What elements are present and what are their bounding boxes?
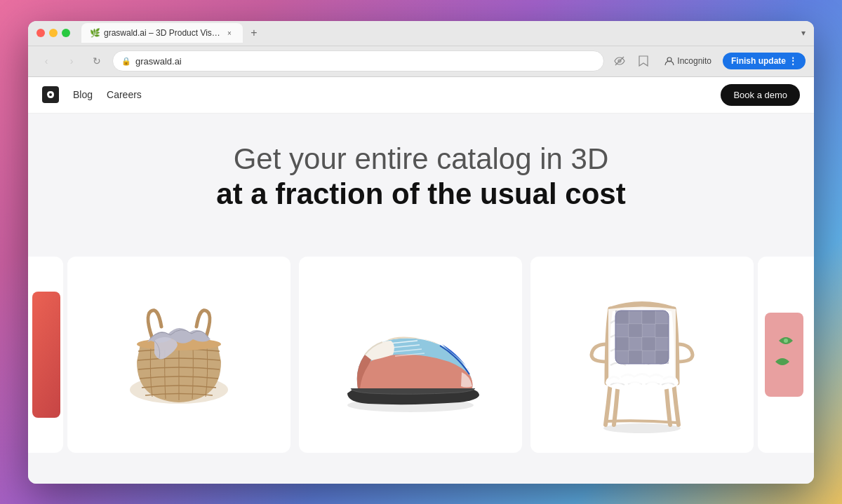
nav-link-careers[interactable]: Careers bbox=[107, 89, 142, 100]
logo-icon bbox=[42, 86, 59, 103]
tab-close-icon[interactable]: × bbox=[225, 28, 234, 38]
product-card-chair bbox=[530, 257, 754, 453]
hero-section: Get your entire catalog in 3D at a fract… bbox=[28, 114, 814, 226]
site-logo[interactable] bbox=[42, 86, 59, 103]
tab-bar: 🌿 graswald.ai – 3D Product Vis… × + ▾ bbox=[81, 23, 806, 43]
traffic-lights bbox=[36, 29, 70, 37]
finish-update-label: Finish update bbox=[731, 56, 786, 66]
book-demo-button[interactable]: Book a demo bbox=[721, 84, 800, 106]
nav-actions: Incognito Finish update ⋮ bbox=[610, 51, 806, 71]
back-button[interactable]: ‹ bbox=[36, 51, 56, 71]
chair-illustration bbox=[572, 274, 712, 435]
incognito-button[interactable]: Incognito bbox=[657, 53, 719, 69]
site-nav: Blog Careers Book a demo bbox=[28, 77, 814, 114]
security-icon: 🔒 bbox=[121, 57, 131, 66]
product-card-sneaker bbox=[299, 257, 522, 453]
nav-link-blog[interactable]: Blog bbox=[73, 89, 93, 100]
svg-point-3 bbox=[49, 93, 52, 96]
maximize-button[interactable] bbox=[62, 29, 70, 37]
hero-title-line1: Get your entire catalog in 3D bbox=[42, 142, 800, 177]
svg-point-29 bbox=[784, 339, 788, 343]
browser-window: 🌿 graswald.ai – 3D Product Vis… × + ▾ ‹ … bbox=[28, 21, 814, 484]
nav-bar: ‹ › ↻ 🔒 graswald.ai bbox=[28, 46, 814, 77]
tab-title: graswald.ai – 3D Product Vis… bbox=[104, 28, 220, 38]
svg-rect-23 bbox=[615, 337, 629, 350]
site-nav-links: Blog Careers bbox=[73, 89, 142, 100]
svg-rect-28 bbox=[765, 313, 803, 397]
svg-rect-21 bbox=[629, 324, 642, 337]
tabs-menu-icon[interactable]: ▾ bbox=[801, 28, 806, 38]
close-button[interactable] bbox=[36, 29, 45, 37]
forward-button[interactable]: › bbox=[62, 51, 81, 71]
partial-board-illustration bbox=[761, 299, 810, 411]
basket-illustration bbox=[102, 278, 256, 432]
reload-button[interactable]: ↻ bbox=[87, 51, 107, 71]
svg-rect-19 bbox=[615, 311, 629, 324]
product-card-basket bbox=[67, 257, 290, 453]
hero-title-line2: at a fraction of the usual cost bbox=[42, 177, 800, 212]
title-bar: 🌿 graswald.ai – 3D Product Vis… × + ▾ bbox=[28, 21, 814, 46]
new-tab-button[interactable]: + bbox=[246, 25, 262, 41]
svg-rect-26 bbox=[655, 350, 669, 364]
svg-rect-25 bbox=[629, 350, 642, 364]
finish-update-button[interactable]: Finish update ⋮ bbox=[723, 53, 806, 69]
incognito-label: Incognito bbox=[677, 56, 711, 66]
bookmark-icon-button[interactable] bbox=[634, 51, 653, 71]
address-text: graswald.ai bbox=[135, 56, 182, 67]
partial-left-card bbox=[28, 257, 63, 453]
active-tab[interactable]: 🌿 graswald.ai – 3D Product Vis… × bbox=[81, 23, 243, 43]
page-content: Blog Careers Book a demo Get your entire… bbox=[28, 77, 814, 484]
address-bar[interactable]: 🔒 graswald.ai bbox=[112, 50, 604, 71]
tab-favicon: 🌿 bbox=[90, 28, 100, 38]
svg-rect-20 bbox=[642, 311, 655, 324]
eye-icon-button[interactable] bbox=[610, 51, 629, 71]
svg-rect-24 bbox=[642, 337, 655, 350]
minimize-button[interactable] bbox=[49, 29, 58, 37]
partial-right-card bbox=[758, 257, 814, 453]
sneaker-illustration bbox=[326, 292, 495, 418]
finish-update-menu-icon: ⋮ bbox=[789, 56, 797, 66]
svg-rect-22 bbox=[655, 324, 669, 337]
